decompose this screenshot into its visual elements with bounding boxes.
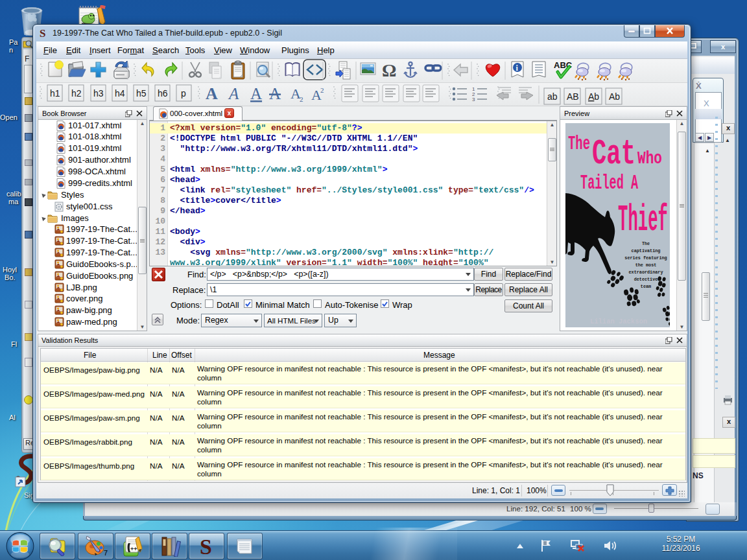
svg-text:captivating: captivating [632,248,661,253]
svg-text:extraordinary: extraordinary [628,270,663,275]
svg-text:the most: the most [635,262,657,268]
svg-text:AB: AB [567,91,579,102]
svg-text:h2: h2 [71,88,82,99]
svg-text:Ω: Ω [382,60,396,80]
svg-text:detective: detective [634,277,658,282]
svg-text:Cat: Cat [592,134,635,174]
svg-text:h5: h5 [136,88,147,99]
svg-text:h4: h4 [115,88,125,99]
svg-text:S: S [200,537,212,556]
svg-text:The: The [642,241,650,246]
svg-text:series featuring: series featuring [624,255,667,261]
svg-text:++: ++ [130,546,137,552]
svg-text:A: A [228,85,239,102]
svg-text:A: A [206,84,218,103]
svg-text:team: team [641,284,651,289]
svg-text:3: 3 [472,97,475,102]
svg-text:h3: h3 [93,88,104,99]
svg-text:2: 2 [300,95,303,103]
svg-text:Ab: Ab [588,91,599,102]
svg-text:A: A [250,85,262,102]
svg-text:S: S [40,29,45,39]
svg-text:h1: h1 [50,88,60,99]
svg-text:The: The [568,133,590,155]
svg-text:Ab: Ab [609,91,620,102]
svg-text:p: p [181,88,186,99]
svg-text:Thief: Thief [618,199,668,241]
svg-text:Who: Who [637,148,662,169]
svg-text:ab: ab [547,91,558,102]
svg-text:Lilian Jackson: Lilian Jackson [590,318,647,325]
svg-text:2: 2 [320,86,324,94]
svg-text:Tailed A: Tailed A [580,171,638,195]
svg-text:A: A [269,85,281,102]
svg-text:h6: h6 [158,88,168,99]
